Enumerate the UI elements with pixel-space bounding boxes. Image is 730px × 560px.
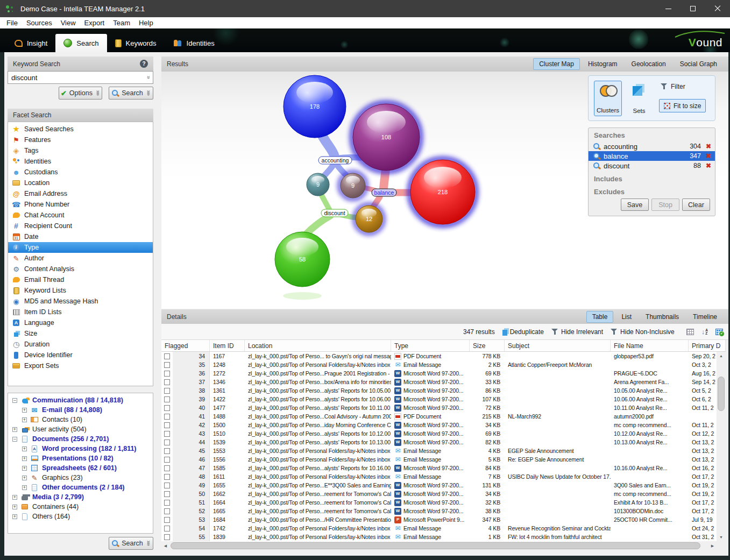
tree-expander-icon[interactable]: + (22, 408, 27, 413)
facet-item-chat-account[interactable]: Chat Account (8, 210, 153, 221)
facet-item-md5-and-message-hash[interactable]: ◉MD5 and Message Hash (8, 296, 153, 307)
facet-item-content-analysis[interactable]: ⚙Content Analysis (8, 264, 153, 274)
flag-checkbox[interactable] (164, 500, 170, 506)
maximize-button[interactable] (681, 0, 705, 17)
hide-irrelevant-button[interactable]: Hide Irrelevant (551, 328, 603, 336)
menu-export[interactable]: Export (80, 18, 109, 28)
flag-checkbox[interactable] (164, 457, 170, 463)
tree-item-graphics[interactable]: +✎Graphics (23) (8, 473, 153, 483)
facet-item-device-identifier[interactable]: Device Identifier (8, 350, 153, 360)
tree-expander-icon[interactable]: + (22, 456, 27, 461)
table-row[interactable]: 541742zl_lay-k_000.pst/Top of Personal F… (161, 524, 717, 533)
table-row[interactable]: 511664zl_lay-k_000.pst/Top of Perso...re… (161, 498, 717, 507)
table-row[interactable]: 391422zl_lay-k_000.pst/Top of Perso...al… (161, 395, 717, 403)
options-button[interactable]: ✔ Options «« (59, 87, 102, 100)
label-discount[interactable]: discount (321, 209, 348, 217)
flag-checkbox[interactable] (164, 483, 170, 488)
tree-expander-icon[interactable]: + (22, 446, 27, 451)
flag-checkbox[interactable] (164, 422, 170, 428)
results-tab-social-graph[interactable]: Social Graph (674, 58, 723, 70)
table-hscrollbar[interactable]: ◀ ▶ (161, 541, 717, 550)
column-header-location[interactable]: Location (245, 340, 391, 351)
fit-to-size-button[interactable]: Fit to size (659, 99, 706, 112)
table-row[interactable]: 451553zl_lay-k_000.pst/Top of Personal F… (161, 446, 717, 455)
tree-expander-icon[interactable]: + (22, 466, 27, 471)
column-header-size[interactable]: Size (470, 340, 505, 351)
tree-item-communication[interactable]: −Communication (88 / 14,818) (8, 395, 153, 405)
tree-expander-icon[interactable]: + (12, 427, 17, 432)
close-button[interactable] (705, 0, 730, 17)
chevron-down-icon[interactable]: « (145, 76, 151, 79)
flag-checkbox[interactable] (164, 353, 170, 359)
flag-checkbox[interactable] (164, 491, 170, 497)
details-tab-table[interactable]: Table (586, 311, 614, 323)
column-header-subject[interactable]: Subject (505, 340, 611, 351)
tree-expander-icon[interactable]: + (12, 505, 17, 509)
menu-view[interactable]: View (56, 18, 80, 28)
column-chooser-button[interactable] (715, 329, 723, 335)
facet-item-tags[interactable]: ◈Tags (8, 145, 153, 156)
facet-item-custodians[interactable]: ☻Custodians (8, 167, 153, 178)
remove-search-icon[interactable]: ✖ (704, 162, 713, 169)
menu-team[interactable]: Team (109, 18, 134, 28)
table-row[interactable]: 551839zl_lay-k_000.pst/Top of Personal F… (161, 533, 717, 541)
facet-item-export-sets[interactable]: Export Sets (8, 360, 153, 371)
table-row[interactable]: 351248zl_lay-k_000.pst/Top of Personal F… (161, 360, 717, 369)
tree-item-presentations[interactable]: +Presentations (10 / 82) (8, 453, 153, 463)
table-row[interactable]: 531684zl_lay-k_000.pst/Top of Perso.../H… (161, 515, 717, 524)
flag-checkbox[interactable] (164, 474, 170, 480)
flag-checkbox[interactable] (164, 379, 170, 385)
table-row[interactable]: 411488zl_lay-k_000.pst/Top of Perso...Co… (161, 412, 717, 421)
facet-item-duration[interactable]: ◷Duration (8, 339, 153, 350)
tree-item-containers[interactable]: +Containers (44) (8, 502, 153, 512)
tree-item-contacts[interactable]: +Contacts (10) (8, 415, 153, 424)
tree-expander-icon[interactable]: + (22, 417, 27, 422)
flag-checkbox[interactable] (164, 465, 170, 471)
flag-checkbox[interactable] (164, 388, 170, 394)
deduplicate-button[interactable]: Deduplicate (502, 328, 544, 336)
details-tab-thumbnails[interactable]: Thumbnails (640, 311, 685, 323)
flag-checkbox[interactable] (164, 405, 170, 411)
column-header-primary-d[interactable]: Primary D (689, 340, 726, 351)
flag-checkbox[interactable] (164, 362, 170, 368)
tree-item-others[interactable]: +Others (164) (8, 512, 153, 521)
table-row[interactable]: 431510zl_lay-k_000.pst/Top of Perso...al… (161, 429, 717, 438)
facet-item-item-id-lists[interactable]: Item ID Lists (8, 307, 153, 317)
details-tab-list[interactable]: List (615, 311, 637, 323)
facet-item-keyword-lists[interactable]: Keyword Lists (8, 285, 153, 296)
remove-search-icon[interactable]: ✖ (704, 152, 713, 160)
table-row[interactable]: 401477zl_lay-k_000.pst/Top of Perso...al… (161, 403, 717, 412)
flag-checkbox[interactable] (164, 440, 170, 445)
menu-sources[interactable]: Sources (22, 18, 56, 28)
facet-item-recipient-count[interactable]: #Recipient Count (8, 221, 153, 231)
hide-noninclusive-button[interactable]: Hide Non-Inclusive (611, 328, 675, 336)
hscrollbar-thumb[interactable] (171, 542, 700, 549)
flag-checkbox[interactable] (164, 431, 170, 437)
tab-search[interactable]: Search (55, 34, 107, 52)
facet-item-email-thread[interactable]: Email Thread (8, 274, 153, 285)
stop-button[interactable]: Stop (651, 199, 679, 211)
tab-keywords[interactable]: Keywords (107, 34, 165, 52)
table-row[interactable]: 491655zl_lay-k_000.pst/Top of Perso...E*… (161, 481, 717, 490)
flag-checkbox[interactable] (164, 371, 170, 377)
facet-item-features[interactable]: ⚑Features (8, 134, 153, 145)
facet-item-identities[interactable]: Identities (8, 156, 153, 167)
table-row[interactable]: 501662zl_lay-k_000.pst/Top of Perso...re… (161, 490, 717, 498)
tab-insight[interactable]: Insight (6, 34, 55, 52)
table-row[interactable]: 461556zl_lay-k_000.pst/Top of Personal F… (161, 455, 717, 464)
results-tab-histogram[interactable]: Histogram (582, 58, 623, 70)
help-icon[interactable]: ? (140, 60, 148, 68)
scroll-up-icon[interactable]: ▲ (717, 352, 726, 360)
table-row[interactable]: 371346zl_lay-k_000.pst/Top of Perso...bo… (161, 378, 717, 386)
flag-checkbox[interactable] (164, 534, 170, 540)
column-header-file-name[interactable]: File Name (611, 340, 689, 351)
table-row[interactable]: 521665zl_lay-k_000.pst/Top of Perso...re… (161, 507, 717, 515)
save-button[interactable]: Save (621, 199, 649, 211)
search-row-discount[interactable]: discount88✖ (589, 161, 715, 171)
facet-item-language[interactable]: ALanguage (8, 317, 153, 328)
tree-expander-icon[interactable]: + (22, 485, 27, 490)
clear-button[interactable]: Clear (682, 199, 710, 211)
tree-item-other-documents[interactable]: +Other documents (2 / 184) (8, 483, 153, 492)
tree-item-e-mail[interactable]: +✉E-mail (88 / 14,808) (8, 405, 153, 415)
tree-expander-icon[interactable]: − (12, 437, 17, 442)
